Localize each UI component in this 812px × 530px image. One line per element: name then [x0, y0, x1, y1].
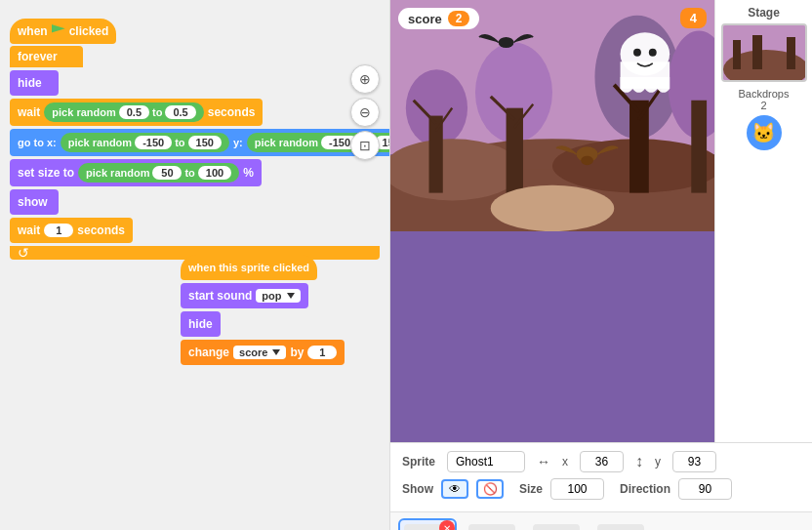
svg-rect-31	[787, 37, 795, 69]
wait-2-block[interactable]: wait 1 seconds	[10, 217, 390, 244]
bottom-row: Sprite ↔ x ↕ y Show 👁	[390, 442, 812, 530]
sprite-name-input[interactable]	[447, 451, 525, 472]
backdrops-label: Backdrops	[721, 88, 806, 100]
sound-dropdown[interactable]: pop	[256, 289, 300, 303]
sprite-item-bat2[interactable]: 🦇 Bat2	[527, 518, 586, 530]
when-sprite-label: when this sprite clicked	[188, 262, 309, 273]
stage-panel: Stage Backdrops 2 🐱	[714, 0, 812, 442]
delete-ghost1-button[interactable]: ✕	[439, 520, 455, 530]
pr-x-to[interactable]: 150	[188, 136, 222, 149]
x-input[interactable]	[580, 451, 624, 472]
main-script-stack: when clicked forever	[10, 18, 380, 260]
pr-size-to[interactable]: 100	[198, 166, 231, 180]
pr-y-label: pick random	[255, 137, 318, 148]
svg-point-23	[649, 49, 657, 57]
zoom-out-button[interactable]: ⊖	[350, 98, 380, 127]
when-flag-clicked-block[interactable]: when clicked	[10, 18, 380, 45]
wait-2-label: wait	[18, 224, 40, 237]
variable-arrow	[272, 349, 280, 355]
sprite-info-row: Sprite ↔ x ↕ y	[402, 451, 800, 472]
sprite-area: Sprite ↔ x ↕ y Show 👁	[390, 442, 812, 530]
pr-size-from[interactable]: 50	[152, 166, 182, 180]
dropdown-arrow	[287, 293, 295, 299]
wait-label: wait	[18, 105, 40, 119]
stage-thumbnail[interactable]	[721, 23, 807, 82]
stage-label: Stage	[721, 6, 806, 20]
svg-rect-11	[629, 101, 649, 193]
pick-random-x[interactable]: pick random -150 to 150	[61, 133, 229, 152]
show-label-text: Show	[402, 482, 433, 496]
zoom-in-button[interactable]: ⊕	[350, 64, 380, 94]
forever-label: forever	[18, 50, 58, 63]
hide-2-block[interactable]: hide	[181, 310, 345, 338]
goto-block[interactable]: go to x: pick random -150 to 150 y:	[10, 128, 390, 157]
score-value: 2	[448, 11, 470, 26]
wait-block[interactable]: wait pick random 0.5 to 0.5 seconds	[10, 98, 390, 127]
clicked-text: clicked	[69, 24, 109, 38]
cursor-icon: ↔	[537, 454, 550, 469]
when-sprite-clicked-hat[interactable]: when this sprite clicked	[181, 254, 345, 281]
seconds-label-1: seconds	[208, 105, 256, 119]
start-sound-block[interactable]: start sound pop	[181, 282, 345, 309]
variable-dropdown[interactable]: score	[233, 346, 286, 359]
add-backdrop-button[interactable]: 🐱	[747, 115, 782, 150]
forever-block[interactable]: forever hide	[10, 46, 380, 260]
svg-rect-9	[429, 116, 443, 193]
delete-icon: ✕	[443, 523, 451, 531]
sprite-item-ghost1[interactable]: 👻 ✕ Ghost1	[398, 518, 457, 530]
show-hidden-button[interactable]: 🚫	[476, 479, 504, 499]
lives-value: 4	[690, 11, 697, 25]
pick-random-label-1: pick random	[52, 106, 115, 118]
wait-2-val[interactable]: 1	[44, 224, 73, 237]
hide-block[interactable]: hide	[10, 69, 390, 97]
arrow-up-icon: ↕	[635, 453, 643, 470]
percent-label: %	[243, 166, 254, 180]
pr-size-label: pick random	[86, 167, 149, 179]
eye-open-icon: 👁	[449, 482, 461, 496]
blocks-area: when clicked forever	[0, 0, 389, 277]
ghost1-thumb: 👻 ✕	[404, 524, 451, 530]
code-panel: when clicked forever	[0, 0, 390, 530]
direction-label: Direction	[620, 482, 670, 496]
sprite-list: 👻 ✕ Ghost1 🦇 Bat1	[390, 511, 812, 530]
x-label: x	[562, 455, 568, 469]
size-input[interactable]	[550, 478, 604, 500]
bat1-thumb: 🦇	[468, 524, 515, 530]
pr-x-label: pick random	[68, 137, 132, 148]
pick-random-from-1[interactable]: 0.5	[119, 105, 149, 119]
zoom-fit-button[interactable]: ⊡	[350, 131, 380, 160]
sprite-item-bat1[interactable]: 🦇 Bat1	[463, 518, 521, 530]
sprite-label: Sprite	[402, 455, 435, 469]
by-val[interactable]: 1	[307, 346, 337, 359]
eye-closed-icon: 🚫	[483, 482, 498, 496]
stage-background	[390, 0, 714, 231]
y-input[interactable]	[672, 451, 716, 472]
hide-label: hide	[18, 76, 42, 90]
pick-random-size[interactable]: pick random 50 to 100	[78, 163, 239, 183]
svg-rect-12	[691, 101, 707, 193]
flag-icon	[52, 24, 65, 38]
pick-random-1[interactable]: pick random 0.5 to 0.5	[44, 102, 203, 122]
score-label: score	[408, 12, 442, 26]
pick-random-to-1[interactable]: 0.5	[165, 105, 195, 119]
svg-point-24	[499, 37, 514, 48]
change-score-block[interactable]: change score by 1	[181, 339, 345, 366]
goto-label: go to x:	[18, 137, 57, 148]
right-panel: score 2 4 Stage	[390, 0, 812, 530]
show-label: show	[18, 195, 48, 209]
ghoul-thumb: 👹	[597, 524, 644, 530]
show-block[interactable]: show	[10, 188, 390, 216]
y-label: y	[655, 455, 661, 469]
lives-badge: 4	[680, 8, 707, 28]
show-visible-button[interactable]: 👁	[441, 479, 468, 499]
seconds-2-label: seconds	[77, 224, 125, 237]
pr-x-from[interactable]: -150	[135, 136, 172, 149]
sprite-item-ghoul[interactable]: 👹 Ghoul	[591, 518, 650, 530]
direction-input[interactable]	[678, 478, 732, 500]
zoom-out-icon: ⊖	[359, 104, 371, 120]
bat2-thumb: 🦇	[533, 524, 580, 530]
zoom-fit-icon: ⊡	[359, 138, 371, 153]
set-size-block[interactable]: set size to pick random 50 to 100 %	[10, 158, 390, 187]
stage-canvas: score 2 4	[390, 0, 714, 442]
sprite-info-panel: Sprite ↔ x ↕ y Show 👁	[390, 442, 812, 511]
